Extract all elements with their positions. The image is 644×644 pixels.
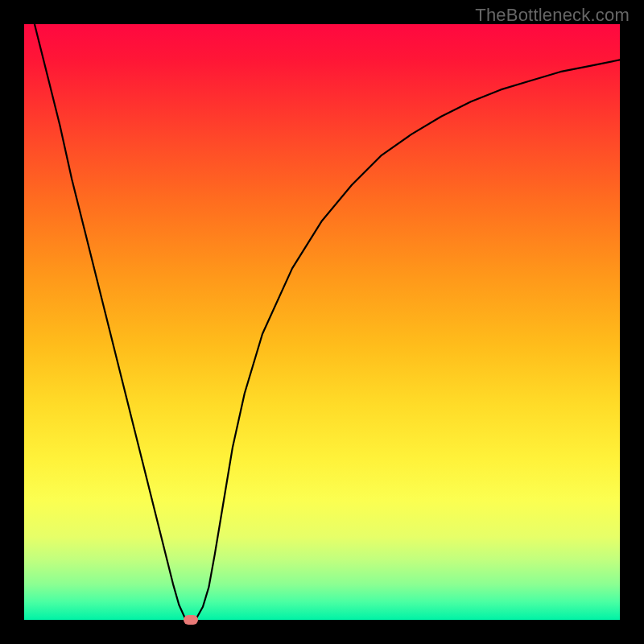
watermark-text: TheBottleneck.com [475, 5, 630, 26]
plot-area [24, 24, 620, 620]
curve-layer [24, 24, 620, 620]
chart-frame: TheBottleneck.com [0, 0, 644, 644]
minimum-marker [184, 615, 198, 625]
bottleneck-curve [24, 24, 620, 620]
